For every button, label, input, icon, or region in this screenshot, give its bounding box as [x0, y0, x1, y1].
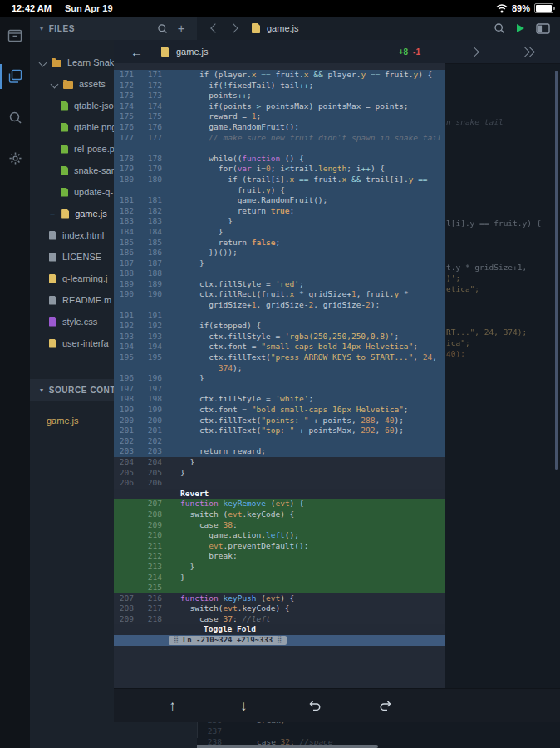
diff-row: 185 185 return false;: [114, 238, 445, 249]
old-line-number: 171: [114, 70, 142, 81]
diff-code-line: 187 187 }: [114, 258, 445, 269]
diff-code-line: gridSize+1, gridSize-2, gridSize-2);: [114, 300, 445, 311]
code-text: [170, 311, 445, 322]
split-view-icon[interactable]: [536, 23, 550, 34]
horizontal-scrollbar[interactable]: [194, 745, 378, 748]
diff-panel-header: ← game.js +8 -1: [114, 40, 560, 64]
search-icon[interactable]: [494, 22, 505, 34]
code-text: }: [170, 227, 445, 238]
modified-indicator-icon: –: [50, 209, 55, 219]
diff-code-line: 195 195 ctx.fillText("press ARROW KEYS t…: [114, 352, 445, 363]
code-text: evt.preventDefault();: [170, 541, 445, 552]
diff-row: 207 function keyRemove (evt) {: [114, 499, 445, 509]
old-line-number: 205: [114, 468, 142, 479]
diff-code-line: 177 177 // make sure new fruit didn't sp…: [114, 133, 445, 144]
diff-code-line: 209 case 38:: [114, 520, 445, 531]
settings-gear-icon[interactable]: [0, 149, 30, 167]
tree-item-label: q-learning.j: [62, 273, 107, 283]
old-line-number: 174: [114, 101, 142, 112]
code-text: ctx.font = "bold small-caps 16px Helveti…: [170, 405, 445, 416]
code-action[interactable]: Toggle Fold: [114, 624, 445, 635]
arrow-down-icon[interactable]: ↓: [231, 693, 256, 718]
code-text: return false;: [170, 238, 445, 249]
diff-code-line: fruit.y) {: [114, 185, 445, 196]
file-icon: [61, 188, 68, 197]
files-panel-header[interactable]: ▾ FILES +: [30, 17, 197, 40]
new-line-number: 194: [142, 342, 170, 352]
diff-row: 204 204 }: [114, 457, 445, 468]
forward-chevron-icon[interactable]: [228, 23, 238, 32]
old-line-number: 207: [114, 593, 142, 604]
old-line-number: 197: [114, 384, 142, 395]
files-icon[interactable]: [0, 67, 30, 86]
new-line-number: 204: [142, 457, 170, 468]
diff-file-name: game.js: [176, 47, 209, 57]
file-icon: [61, 123, 68, 132]
code-text: while((function () {: [170, 154, 445, 165]
back-arrow-icon[interactable]: ←: [130, 46, 143, 58]
old-line-number: 173: [114, 91, 142, 101]
code-text: case 37: //left: [170, 614, 445, 625]
tree-item-label: qtable-jso: [74, 101, 114, 111]
archive-icon[interactable]: [0, 27, 30, 45]
tree-item-label: README.m: [62, 295, 111, 305]
new-line-number: 216: [142, 593, 170, 604]
new-line-number: 208: [142, 509, 170, 520]
fold-bar[interactable]: ⣿ Ln -210~324 +219~333 ⣿: [114, 635, 445, 646]
diff-code-line: 174 174 if(points > pointsMax) pointsMax…: [114, 101, 445, 112]
double-chevron-icon[interactable]: [521, 48, 533, 56]
code-text: ctx.fillText("top: " + pointsMax, 292, 6…: [170, 426, 445, 436]
old-line-number: 181: [114, 195, 142, 206]
diff-row: 212 break;: [114, 551, 445, 562]
undo-icon[interactable]: [302, 693, 327, 718]
new-line-number: 181: [142, 195, 170, 206]
diff-row: 209 case 38:: [114, 520, 445, 531]
code-line: 237: [197, 726, 257, 737]
code-action[interactable]: Revert: [114, 489, 445, 499]
diff-row: 182 182 return true;: [114, 206, 445, 217]
search-icon[interactable]: [157, 23, 168, 34]
diff-row: 195 195 ctx.fillText("press ARROW KEYS t…: [114, 352, 445, 363]
diff-code-line: 192 192 if(stopped) {: [114, 321, 445, 332]
code-action-label[interactable]: Toggle Fold: [204, 624, 256, 633]
diff-code-line: 188 188: [114, 268, 445, 279]
diff-code-line: 189 189 ctx.fillStyle = 'red';: [114, 279, 445, 290]
old-line-number: 176: [114, 122, 142, 133]
diff-code-line: 183 183 }: [114, 216, 445, 227]
next-chevron-icon[interactable]: [469, 47, 479, 57]
line-number: 237: [197, 726, 222, 737]
vertical-scrollbar[interactable]: [555, 71, 558, 470]
file-icon: [49, 274, 56, 283]
diff-row: 199 199 ctx.font = "bold small-caps 16px…: [114, 405, 445, 416]
old-line-number: 172: [114, 81, 142, 91]
diff-code-line: 176 176 game.RandomFruit();: [114, 122, 445, 133]
old-line-number: 178: [114, 154, 142, 165]
fold-range-badge[interactable]: ⣿ Ln -210~324 +219~333 ⣿: [169, 636, 287, 645]
tree-item-label: rel-pose.p: [74, 144, 115, 154]
diff-row: 177 177 // make sure new fruit didn't sp…: [114, 133, 445, 144]
new-line-number: 175: [142, 111, 170, 122]
old-line-number: 191: [114, 311, 142, 322]
new-file-button[interactable]: +: [178, 24, 185, 32]
diff-code-line: 215: [114, 583, 445, 593]
diff-code-line: 186 186 })());: [114, 248, 445, 258]
diff-code-line: 208 switch (evt.keyCode) {: [114, 509, 445, 520]
redo-icon[interactable]: [373, 693, 398, 718]
arrow-up-icon[interactable]: ↑: [160, 693, 185, 718]
old-line-number: 189: [114, 279, 142, 290]
file-icon: [49, 339, 56, 348]
lines-removed-badge: -1: [413, 47, 420, 57]
diff-code-line: 199 199 ctx.font = "bold small-caps 16px…: [114, 405, 445, 416]
code-text: if(points > pointsMax) pointsMax = point…: [170, 101, 445, 112]
back-chevron-icon[interactable]: [210, 23, 219, 32]
diff-row: 181 181 game.RandomFruit();: [114, 195, 445, 206]
old-line-number: 183: [114, 216, 142, 227]
search-icon[interactable]: [0, 108, 30, 126]
new-line-number: 184: [142, 227, 170, 238]
new-line-number: 174: [142, 101, 170, 112]
code-text: [170, 384, 445, 395]
code-action-label[interactable]: Revert: [180, 489, 209, 498]
diff-row: 183 183 }: [114, 216, 445, 227]
run-icon[interactable]: [517, 24, 524, 32]
diff-row: 213 }: [114, 562, 445, 573]
